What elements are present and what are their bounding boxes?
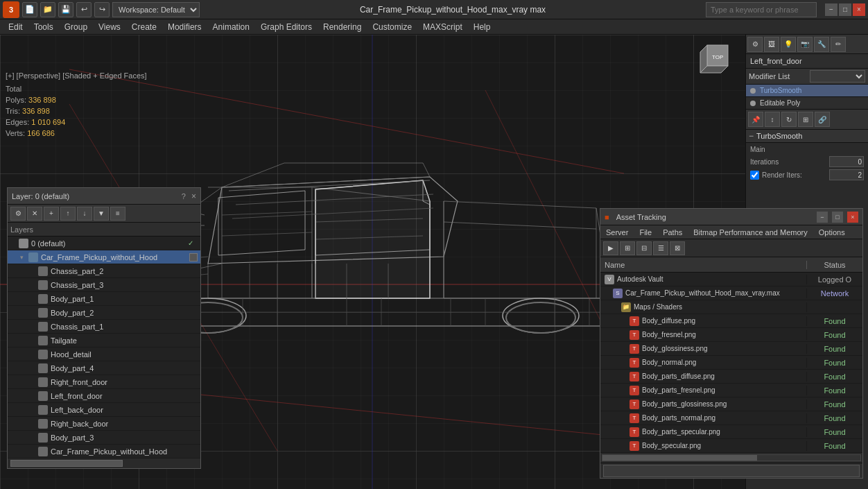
asset-menu-file[interactable]: File xyxy=(634,227,657,238)
rp-icon-2[interactable]: 🖼 xyxy=(764,37,779,52)
layer-item[interactable]: 0 (default) ✓ xyxy=(8,237,200,250)
menu-graph-editors[interactable]: Graph Editors xyxy=(255,21,318,33)
asset-tool-2[interactable]: ⊞ xyxy=(620,241,635,255)
asset-menu-options[interactable]: Options xyxy=(813,227,851,238)
open-btn[interactable]: 📁 xyxy=(40,2,55,17)
asset-row[interactable]: T Body_parts_glossiness.png Found xyxy=(600,397,862,411)
asset-row[interactable]: T Body_glossiness.png Found xyxy=(600,342,862,356)
layer-item[interactable]: Car_Frame_Pickup_without_Hood xyxy=(8,445,200,458)
maximize-btn[interactable]: □ xyxy=(839,3,851,16)
rp-move-btn[interactable]: ↕ xyxy=(765,112,780,127)
modifier-dropdown[interactable] xyxy=(810,70,865,83)
menu-group[interactable]: Group xyxy=(59,21,93,33)
save-btn[interactable]: 💾 xyxy=(58,2,73,17)
menu-maxscript[interactable]: MAXScript xyxy=(417,21,468,33)
asset-row[interactable]: T Body_normal.png Found xyxy=(600,356,862,370)
asset-row[interactable]: T Body_parts_diffuse.png Found xyxy=(600,370,862,384)
asset-tool-5[interactable]: ⊠ xyxy=(670,241,685,255)
modifier-turbosmooth[interactable]: TurboSmooth xyxy=(746,85,868,97)
asset-row[interactable]: T Body_diffuse.png Found xyxy=(600,314,862,328)
lp-filter-btn[interactable]: ▼ xyxy=(94,207,109,221)
asset-row[interactable]: 📁 Maps / Shaders xyxy=(600,300,862,314)
asset-menu-server[interactable]: Server xyxy=(600,227,634,238)
asset-scroll-thumb[interactable] xyxy=(602,455,757,461)
rp-icon-5[interactable]: 🔧 xyxy=(814,37,829,52)
rp-link-btn[interactable]: 🔗 xyxy=(815,112,830,127)
asset-row[interactable]: V Autodesk Vault Logged O xyxy=(600,273,862,286)
section-collapse-icon[interactable]: − xyxy=(749,131,754,141)
lp-add-btn[interactable]: + xyxy=(44,207,59,221)
layer-item[interactable]: Right_front_door xyxy=(8,375,200,389)
search-input[interactable] xyxy=(706,2,817,17)
layer-item[interactable]: Chassis_part_2 xyxy=(8,264,200,278)
asset-menu-paths[interactable]: Paths xyxy=(657,227,688,238)
asset-close-btn[interactable]: × xyxy=(847,212,858,223)
perspective-cube[interactable]: TOP xyxy=(697,42,738,83)
render-iters-input[interactable] xyxy=(829,169,864,180)
layer-item[interactable]: Tailgate xyxy=(8,334,200,348)
rp-icon-6[interactable]: ✏ xyxy=(831,37,846,52)
new-btn[interactable]: 📄 xyxy=(22,2,37,17)
workspace-select[interactable]: Workspace: Default xyxy=(112,2,200,17)
asset-row[interactable]: T Body_specular.png Found xyxy=(600,439,862,453)
layer-help-btn[interactable]: ? xyxy=(182,192,186,200)
rp-icon-4[interactable]: 📷 xyxy=(797,37,813,52)
lp-delete-btn[interactable]: ✕ xyxy=(27,207,42,221)
asset-row[interactable]: S Car_Frame_Pickup_without_Hood_max_vray… xyxy=(600,286,862,300)
layer-scroll-thumb[interactable] xyxy=(10,460,123,467)
asset-tool-3[interactable]: ⊟ xyxy=(636,241,652,255)
layer-item[interactable]: Body_part_1 xyxy=(8,292,200,306)
asset-scrollbar[interactable] xyxy=(602,454,861,461)
modifier-editable-poly[interactable]: Editable Poly xyxy=(746,97,868,110)
rp-icon-3[interactable]: 💡 xyxy=(781,37,796,52)
asset-list[interactable]: V Autodesk Vault Logged O S Car_Frame_Pi… xyxy=(600,273,862,453)
menu-modifiers[interactable]: Modifiers xyxy=(162,21,207,33)
asset-menu-bitmap[interactable]: Bitmap Performance and Memory xyxy=(688,227,813,238)
layer-item[interactable]: Hood_detail xyxy=(8,348,200,361)
render-iters-checkbox[interactable] xyxy=(750,171,759,180)
layer-panel-header[interactable]: Layer: 0 (default) ? × xyxy=(8,188,200,205)
layer-item[interactable]: Chassis_part_1 xyxy=(8,320,200,334)
lp-move-down-btn[interactable]: ↓ xyxy=(77,207,92,221)
asset-minimize-btn[interactable]: − xyxy=(817,212,828,223)
layer-item[interactable]: Right_back_door xyxy=(8,417,200,431)
undo-btn[interactable]: ↩ xyxy=(76,2,92,17)
asset-tool-1[interactable]: ▶ xyxy=(603,241,618,255)
layer-item[interactable]: Left_front_door xyxy=(8,389,200,403)
menu-help[interactable]: Help xyxy=(468,21,496,33)
menu-customize[interactable]: Customize xyxy=(367,21,417,33)
lp-move-up-btn[interactable]: ↑ xyxy=(60,207,76,221)
layer-visibility-box[interactable] xyxy=(189,253,198,261)
layer-scrollbar[interactable] xyxy=(10,460,198,467)
rp-pin-btn[interactable]: 📌 xyxy=(748,112,763,127)
menu-create[interactable]: Create xyxy=(126,21,162,33)
rp-icon-1[interactable]: ⚙ xyxy=(747,37,763,52)
asset-row[interactable]: T Body_parts_normal.png Found xyxy=(600,411,862,425)
layer-item[interactable]: Left_back_door xyxy=(8,403,200,417)
layer-item[interactable]: ▾ Car_Frame_Pickup_without_Hood xyxy=(8,250,200,264)
minimize-btn[interactable]: − xyxy=(825,3,837,16)
menu-tools[interactable]: Tools xyxy=(28,21,59,33)
menu-edit[interactable]: Edit xyxy=(3,21,28,33)
asset-path-input[interactable] xyxy=(603,465,860,477)
iterations-input[interactable] xyxy=(829,156,864,167)
layer-list[interactable]: 0 (default) ✓ ▾ Car_Frame_Pickup_without… xyxy=(8,237,200,458)
asset-tool-4[interactable]: ☰ xyxy=(653,241,668,255)
menu-rendering[interactable]: Rendering xyxy=(318,21,367,33)
lp-extra-btn[interactable]: ≡ xyxy=(110,207,125,221)
asset-row[interactable]: T Body_parts_fresnel.png Found xyxy=(600,384,862,397)
lp-settings-btn[interactable]: ⚙ xyxy=(10,207,26,221)
menu-animation[interactable]: Animation xyxy=(207,21,255,33)
menu-views[interactable]: Views xyxy=(93,21,126,33)
rp-scale-btn[interactable]: ⊞ xyxy=(798,112,813,127)
asset-maximize-btn[interactable]: □ xyxy=(832,212,843,223)
layer-panel-close-btn[interactable]: × xyxy=(191,191,196,201)
asset-row[interactable]: T Body_fresnel.png Found xyxy=(600,328,862,342)
layer-item[interactable]: Chassis_part_3 xyxy=(8,278,200,292)
redo-btn[interactable]: ↪ xyxy=(94,2,110,17)
layer-item[interactable]: Body_part_3 xyxy=(8,431,200,445)
rp-rotate-btn[interactable]: ↻ xyxy=(781,112,797,127)
layer-item[interactable]: Body_part_2 xyxy=(8,306,200,320)
asset-row[interactable]: T Body_parts_specular.png Found xyxy=(600,425,862,439)
close-btn[interactable]: × xyxy=(853,3,865,16)
